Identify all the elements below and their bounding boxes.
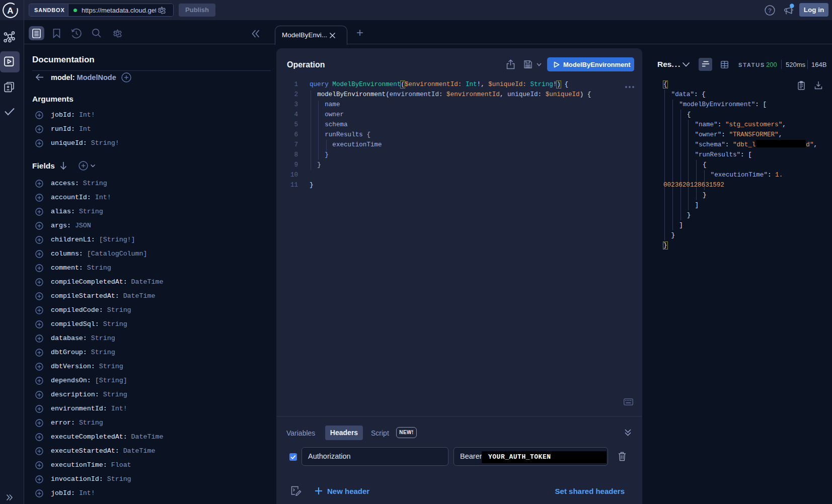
svg-text:?: ?: [768, 8, 771, 14]
svg-text:A: A: [7, 6, 13, 16]
